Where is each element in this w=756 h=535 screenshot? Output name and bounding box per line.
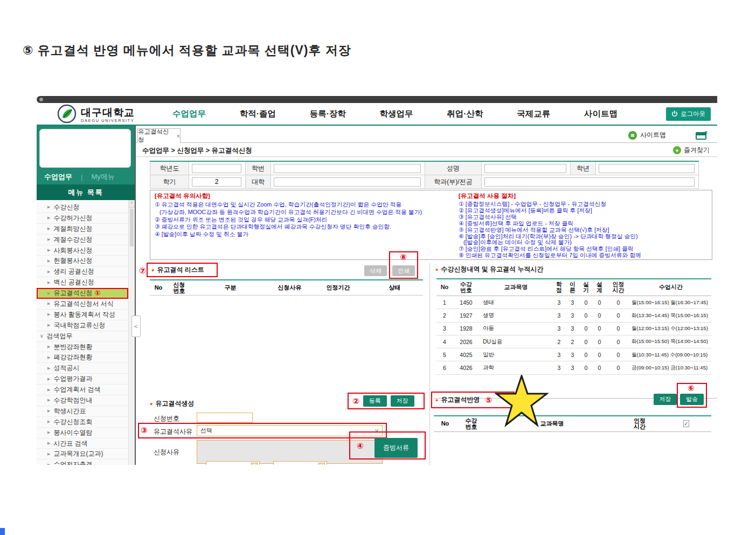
apply-no-input[interactable] (197, 413, 253, 423)
sidebar-menu-item[interactable]: ▶ 사회봉사신청 (37, 245, 128, 256)
sitemap-link[interactable]: ▦ 사이트맵 (628, 131, 666, 140)
semester-input[interactable] (192, 177, 241, 187)
send-button[interactable]: 발송 (680, 394, 704, 405)
sidebar-menu-item[interactable]: ▶ 수강학점안내 (37, 395, 128, 406)
cell-lab: 0 (579, 365, 593, 371)
sidebar-menu-item[interactable]: ▶ 수업계획서 검색 (37, 385, 128, 395)
sidebar-tab-mymenu[interactable]: My메뉴 (91, 172, 114, 182)
sidebar-menu-item[interactable]: ▶ 계절수강신청 (37, 235, 128, 245)
name-input[interactable] (484, 164, 566, 173)
cell-recognized-hours: 0 (606, 312, 630, 319)
tab-absence-apply[interactable]: 유고결석신청 × (137, 128, 181, 143)
cell-credit: 2 (552, 339, 566, 345)
sidebar-menu-item[interactable]: ▶ 수업평가결과 (37, 374, 128, 385)
global-nav-item[interactable]: 취업·산학 (447, 108, 483, 120)
notice-line: ④ [증빙서류]선택 후 파일 업로드 - 저장 클릭 (459, 221, 711, 227)
scroll-up-icon[interactable]: ^ (129, 200, 135, 208)
table-row[interactable]: 1 1450 생태 3 3 0 0 0 월(15:00~16:15) 월(16:… (436, 296, 711, 309)
table-row[interactable]: 4 2026 DU실용 2 2 0 0 0 화(15:00~15:50) 목(1… (436, 335, 711, 348)
global-nav-item[interactable]: 등록·장학 (310, 108, 346, 120)
sidebar-menu-item[interactable]: ▶ 유고결석신청 ① (37, 288, 128, 299)
menu-item-label: 수업전자출결 (53, 460, 92, 465)
sidebar-menu-item[interactable]: ▶ 봉사이수열람 (37, 428, 128, 438)
breadcrumb-bar: 수업업무 > 신청업무 > 유고결석신청 ★ 즐겨찾기 (136, 143, 717, 157)
delete-button[interactable]: 삭제 (364, 265, 387, 276)
sidebar-menu-item[interactable]: ▶ 유고결석신청서 서식 (37, 299, 128, 310)
breadcrumb: 수업업무 > 신청업무 > 유고결석신청 (142, 146, 252, 155)
sidebar-menu-item[interactable]: ▶ 성적공시 (37, 363, 128, 374)
table-row[interactable]: 3 1928 아동 3 3 0 0 0 월(12:00~13:15) 수(12:… (436, 323, 711, 335)
sitemap-label: 사이트맵 (640, 131, 666, 140)
student-id-input[interactable] (274, 164, 421, 173)
notice-left-title: [유고결석 유의사항] (155, 192, 454, 200)
table-row[interactable]: 5 4025 일반 3 3 0 0 0 월(10:30~11:45) 수(09:… (436, 348, 711, 361)
column-header: 설 계 (593, 282, 606, 294)
calendar-icon[interactable] (251, 463, 258, 465)
global-nav-item[interactable]: 국제교류 (517, 108, 550, 120)
college-input[interactable] (274, 177, 421, 187)
calendar-icon[interactable] (318, 463, 325, 465)
table-row[interactable]: 6 4026 과학 3 3 0 0 0 금(09:00~10:15) 금(10:… (436, 361, 711, 374)
annotation-badge-7: ⑦ (139, 266, 146, 275)
sidebar-menu-item[interactable]: ▶ 국내학점교류신청 (37, 320, 128, 331)
scrollbar-thumb[interactable] (130, 209, 134, 246)
apply-table: No 수강 번호 교과목명 인정 시간 ✓ (434, 415, 711, 432)
annotation-badge-5: ⑤ (485, 396, 492, 404)
cell-no: 1 (436, 299, 453, 306)
cell-recognized-hours: 0 (606, 365, 630, 371)
global-nav-item[interactable]: 학적·졸업 (240, 108, 276, 120)
cell-design: 0 (593, 299, 606, 306)
column-header: No (150, 285, 167, 291)
column-header: 이 론 (566, 282, 579, 294)
sidebar-menu-item[interactable]: ▶ 학생시간표 (37, 406, 128, 417)
sidebar-menu-item[interactable]: ▶ 수강신청조회 (37, 417, 128, 428)
label-grade: 학년 (571, 161, 596, 175)
sidebar-menu-item[interactable]: ▶ 봉사 활동계획서 작성 (37, 310, 128, 320)
sidebar-menu-item[interactable]: ▶ 수강신청 (37, 202, 128, 213)
department-input[interactable] (484, 177, 695, 187)
sidebar-menu-item[interactable]: ▶ 백신 공결신청 (37, 277, 128, 288)
cell-no: 2 (436, 312, 453, 319)
table-row[interactable]: 2 1927 생명 3 3 0 0 0 화(13:30~14:45) 목(15:… (436, 309, 711, 322)
menu-bullet-icon: ▶ (47, 237, 50, 242)
save-button[interactable]: 저장 (391, 395, 414, 407)
sidebar-menu-item[interactable]: ▶ 시간표 검색 (37, 438, 128, 449)
global-nav-item[interactable]: 사이트맵 (584, 108, 618, 120)
menu-item-label: 수강허가신청 (53, 214, 92, 223)
sidebar-tab-work[interactable]: 수업업무 (44, 172, 72, 182)
cell-lab: 0 (579, 299, 593, 306)
close-all-tabs-icon[interactable] (696, 132, 706, 140)
sidebar-menu-item[interactable]: ▶ 헌혈봉사신청 (37, 256, 128, 266)
absence-list-empty-body (150, 296, 423, 376)
global-nav-item[interactable]: 수업업무 (172, 108, 206, 120)
menu-item-label: 생리 공결신청 (53, 267, 94, 276)
apply-save-button[interactable]: 저장 (654, 394, 677, 405)
notice-line: ③ [유고결석사유] 선택 (459, 214, 711, 221)
grade-input[interactable] (599, 164, 695, 173)
period-end-input[interactable] (273, 461, 327, 465)
power-icon (671, 111, 678, 118)
sidebar-menu-item[interactable]: ▶ 계절희망신청 (37, 224, 128, 235)
menu-bullet-icon: ▶ (47, 420, 50, 424)
sidebar-menu-item[interactable]: ▶ 수업전자출결 (37, 459, 128, 465)
attach-document-button[interactable]: 증빙서류 (374, 438, 418, 458)
sidebar-collapse-handle[interactable]: < (131, 315, 141, 337)
sidebar-menu-item[interactable]: ∨ 검색업무 (37, 331, 128, 342)
sidebar-menu-item[interactable]: ▶ 교과목개요(교과) (37, 449, 128, 459)
notice-right-title: [유고결석 사용 절차] (459, 192, 711, 200)
logout-button[interactable]: 로그아웃 (666, 107, 711, 121)
favorite-link[interactable]: ★ 즐겨찾기 (673, 146, 710, 155)
column-header: 수강 번호 (456, 418, 486, 430)
student-info-form: 학년도 학번 성명 학년 학기 대학 학과(부)/전공 (150, 161, 699, 189)
notice-line: ② 증빙서류가 위조 또는 변조된 것일 경우 해당 교과목 실격(F)처리 (155, 216, 454, 224)
sidebar-menu-item[interactable]: ▶ 분반강좌현황 (37, 342, 128, 353)
period-start-input[interactable] (206, 461, 260, 465)
sidebar-menu-item[interactable]: ▶ 폐강강좌현황 (37, 352, 128, 363)
sidebar-menu-item[interactable]: ▶ 수강허가신청 (37, 213, 128, 224)
register-button[interactable]: 등록 (363, 395, 387, 407)
academic-year-input[interactable] (192, 164, 241, 173)
sidebar-menu-item[interactable]: ▶ 생리 공결신청 (37, 266, 128, 277)
select-all-checkbox[interactable]: ✓ (683, 420, 689, 427)
global-nav-item[interactable]: 학생업무 (380, 108, 413, 120)
tab-close-icon[interactable]: × (177, 133, 180, 139)
